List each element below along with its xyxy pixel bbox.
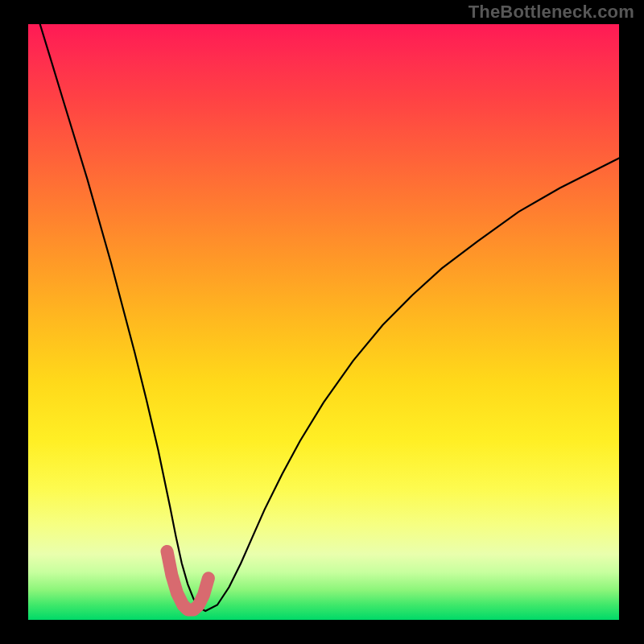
plot-area [28, 24, 619, 620]
watermark-text: TheBottleneck.com [469, 2, 634, 23]
curve-layer [28, 24, 619, 620]
highlight-segment [167, 551, 208, 610]
bottleneck-curve [40, 24, 619, 611]
chart-frame: TheBottleneck.com [0, 0, 644, 644]
